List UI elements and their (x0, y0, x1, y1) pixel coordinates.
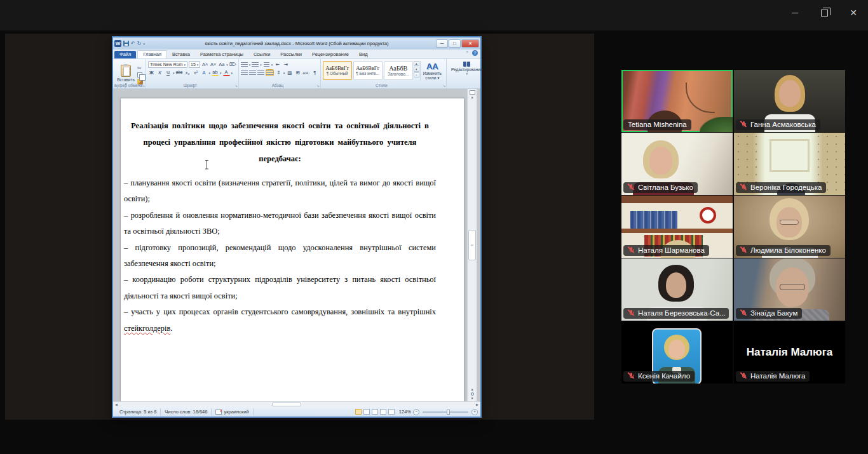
justify-icon[interactable] (266, 69, 274, 76)
participant-tile[interactable]: Світлана Бузько (621, 133, 733, 195)
help-icon[interactable]: ? (472, 50, 478, 56)
undo-icon[interactable]: ↶ (131, 41, 135, 46)
superscript-icon[interactable]: x² (193, 69, 200, 76)
word-logo-icon[interactable]: W (114, 40, 121, 47)
sort-icon[interactable]: АЯ↓ (302, 69, 309, 76)
tab-file[interactable]: Файл (114, 51, 136, 58)
word-close-icon[interactable]: ✕ (461, 39, 479, 48)
style-normal[interactable]: АаБбВвГг ¶ Обычный (323, 61, 352, 80)
zoom-slider-thumb[interactable] (447, 410, 450, 415)
horizontal-scrollbar[interactable]: ◀ ▶ (113, 401, 480, 407)
numbering-icon[interactable] (252, 61, 259, 68)
font-color-icon[interactable]: А (223, 69, 230, 76)
participant-tile[interactable]: Наталія Малюга Наталія Малюга (734, 321, 845, 384)
close-icon[interactable]: ✕ (839, 0, 868, 25)
bold-icon[interactable]: Ж (148, 69, 155, 76)
align-left-icon[interactable] (241, 69, 248, 76)
style-heading[interactable]: АаБбВ Заголово... (384, 61, 413, 80)
tab-insert[interactable]: Вставка (167, 51, 195, 58)
font-size-select[interactable]: 15▾ (189, 61, 200, 68)
outline-view-icon[interactable] (380, 409, 386, 415)
font-name-select[interactable]: Times New Rom▾ (148, 61, 187, 68)
show-marks-icon[interactable]: ¶ (311, 69, 318, 76)
subscript-icon[interactable]: x₂ (184, 69, 191, 76)
font-dialog-launcher-icon[interactable]: ↘ (234, 84, 238, 88)
document-page[interactable]: Реалізація політики щодо забезпечення як… (121, 98, 464, 401)
grow-font-icon[interactable]: А˄ (201, 61, 208, 68)
participant-tile[interactable]: Tetiana Mishenina (621, 70, 733, 132)
scroll-right-icon[interactable]: ▶ (474, 402, 480, 407)
clear-formatting-icon[interactable]: ⌦ (229, 61, 236, 68)
word-maximize-icon[interactable]: □ (449, 39, 461, 48)
scroll-up-icon[interactable]: ▲ (471, 96, 474, 99)
text-effects-icon[interactable]: А (201, 69, 208, 76)
tab-review[interactable]: Рецензирование (307, 51, 354, 58)
save-icon[interactable] (123, 41, 129, 46)
tab-view[interactable]: Вид (354, 51, 373, 58)
change-styles-button[interactable]: АА Изменить стили ▾ (420, 61, 444, 81)
next-page-icon[interactable]: ▼ (471, 397, 474, 400)
participant-tile[interactable]: Зінаїда Бакум (734, 258, 845, 321)
horizontal-scroll-thumb[interactable] (272, 403, 301, 406)
change-case-icon[interactable]: Аа (218, 61, 225, 68)
vertical-scrollbar[interactable]: ▲ ▲ ▼ (467, 89, 477, 401)
qat-customize-icon[interactable]: ▾ (143, 42, 145, 46)
restore-icon[interactable] (810, 0, 839, 25)
word-minimize-icon[interactable]: ─ (436, 39, 448, 48)
increase-indent-icon[interactable]: ⇥ (282, 61, 289, 68)
align-right-icon[interactable] (257, 69, 264, 76)
strikethrough-icon[interactable]: abc (176, 69, 183, 76)
paragraph-dialog-launcher-icon[interactable]: ↘ (316, 84, 320, 88)
bullets-icon[interactable] (241, 61, 248, 68)
editing-button[interactable]: Редактирование ▾ (449, 60, 485, 76)
tab-page-layout[interactable]: Разметка страницы (195, 51, 248, 58)
underline-icon[interactable]: Ч (165, 69, 172, 76)
participant-tile[interactable]: Людмила Білоконенко (734, 196, 845, 258)
decrease-indent-icon[interactable]: ⇤ (274, 61, 281, 68)
tab-home[interactable]: Главная (137, 50, 167, 58)
tab-references[interactable]: Ссылки (248, 51, 275, 58)
align-center-icon[interactable] (249, 69, 256, 76)
participant-tile[interactable]: Наталя Шарманова (621, 196, 733, 258)
participant-tile[interactable]: Ганна Асмаковська (734, 70, 845, 132)
muted-mic-icon (628, 184, 635, 191)
participant-tile[interactable]: Вероніка Городецька (734, 133, 845, 195)
line-spacing-icon[interactable]: ⇕ (275, 69, 282, 76)
borders-icon[interactable]: ⊞ (294, 69, 301, 76)
participant-tile[interactable]: Наталя Березовська-Са... (621, 258, 733, 321)
print-layout-view-icon[interactable] (355, 409, 362, 415)
styles-gallery-more-icon[interactable]: ▿ (414, 72, 419, 77)
styles-dialog-launcher-icon[interactable]: ↘ (442, 84, 445, 88)
ruler-toggle-icon[interactable] (470, 90, 475, 95)
participant-tile[interactable]: Ксенія Качайло (621, 321, 733, 384)
zoom-out-icon[interactable]: − (413, 409, 419, 415)
shrink-font-icon[interactable]: А˅ (210, 61, 217, 68)
scroll-left-icon[interactable]: ◀ (113, 402, 119, 407)
multilevel-list-icon[interactable] (263, 61, 270, 68)
minimize-icon[interactable]: ─ (780, 0, 810, 25)
web-layout-view-icon[interactable] (372, 409, 378, 415)
redo-icon[interactable]: ↻ (137, 41, 142, 46)
spellcheck-status[interactable]: украинский (212, 408, 253, 415)
browse-object-icon[interactable] (471, 392, 474, 396)
fullscreen-view-icon[interactable] (363, 409, 370, 415)
previous-page-icon[interactable]: ▲ (471, 388, 474, 391)
highlight-color-icon[interactable]: ab (212, 69, 219, 76)
minimize-ribbon-icon[interactable]: ⌃ (465, 51, 469, 56)
copy-icon[interactable] (137, 72, 142, 77)
italic-icon[interactable]: К (156, 69, 163, 76)
style-no-spacing[interactable]: АаБбВвГг ¶ Без инте... (353, 61, 383, 80)
tab-mailings[interactable]: Рассылки (275, 51, 307, 58)
cut-icon[interactable]: ✂ (137, 65, 143, 71)
vertical-scroll-thumb[interactable] (468, 230, 476, 260)
zoom-level[interactable]: 124% (399, 409, 411, 415)
draft-view-icon[interactable] (388, 409, 395, 415)
clipboard-dialog-launcher-icon[interactable]: ↘ (142, 84, 145, 88)
styles-scroll-down-icon[interactable]: ▼ (414, 67, 419, 72)
zoom-in-icon[interactable]: + (471, 409, 478, 415)
zoom-slider[interactable] (423, 411, 468, 413)
page-indicator[interactable]: Страница: 5 из 8 (116, 408, 161, 415)
word-count[interactable]: Число слов: 18/646 (161, 408, 212, 415)
shading-icon[interactable]: ▨ (286, 69, 293, 76)
styles-scroll-up-icon[interactable]: ▲ (414, 61, 419, 66)
